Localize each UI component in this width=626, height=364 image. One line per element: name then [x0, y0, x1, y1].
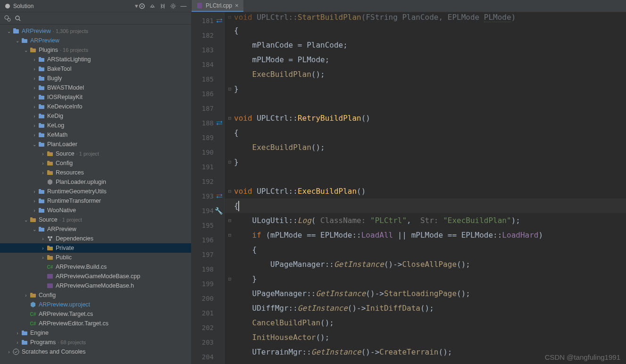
- code-line[interactable]: UPageManager::GetInstance()->CloseAllPag…: [225, 257, 626, 272]
- line-number[interactable]: 185: [192, 72, 224, 86]
- expand-arrow[interactable]: ›: [31, 199, 38, 204]
- fold-icon[interactable]: ⊟: [226, 232, 233, 238]
- expand-arrow[interactable]: ⌄: [31, 227, 38, 232]
- code-line[interactable]: [225, 96, 626, 111]
- line-number[interactable]: 199: [192, 276, 224, 291]
- code-line[interactable]: ⊟void UPLCtrl::RetryBuildPlan(): [225, 111, 626, 125]
- code-line[interactable]: ⊟void UPLCtrl::StartBuildPlan(FString Pl…: [225, 12, 626, 23]
- expand-arrow[interactable]: ›: [14, 331, 21, 336]
- line-number[interactable]: 188⮂: [192, 116, 224, 130]
- expand-arrow[interactable]: ›: [23, 293, 29, 298]
- arrows-icon[interactable]: ⮂: [216, 17, 223, 25]
- tree-item-config[interactable]: ›Config: [0, 290, 191, 300]
- collapse-icon[interactable]: [159, 2, 167, 10]
- tree-item-config[interactable]: ›Config: [0, 158, 191, 168]
- expand-arrow[interactable]: ›: [40, 236, 46, 241]
- code-line[interactable]: ExecBuildPlan();: [225, 67, 626, 82]
- line-number[interactable]: 184: [192, 57, 224, 72]
- tree-item-baketool[interactable]: ›BakeTool: [0, 64, 191, 74]
- tree-item-scratches-and-consoles[interactable]: ›Scratches and Consoles: [0, 347, 191, 356]
- filter-icon[interactable]: [4, 15, 11, 22]
- code-area[interactable]: ⊟void UPLCtrl::StartBuildPlan(FString Pl…: [225, 12, 626, 364]
- expand-arrow[interactable]: ›: [31, 132, 38, 138]
- code-line[interactable]: mPLMode = PLMode;: [225, 52, 626, 67]
- fold-icon[interactable]: ⊟: [226, 14, 233, 20]
- tree-item-arpreviewgamemodebase-h[interactable]: ARPreviewGameModeBase.h: [0, 281, 191, 290]
- tab-plctrl-cpp[interactable]: PLCtrl.cpp ×: [192, 0, 243, 12]
- code-line[interactable]: ⊡}: [225, 82, 626, 96]
- code-line[interactable]: ⊟void UPLCtrl::ExecBuildPlan(): [225, 184, 626, 199]
- tree-item-arpreview-build-cs[interactable]: C#ARPreview.Build.cs: [0, 262, 191, 272]
- tree-item-kemath[interactable]: ›KeMath: [0, 130, 191, 140]
- tree-item-arpreview[interactable]: ⌄ARPreview: [0, 36, 191, 45]
- code-line[interactable]: ⊡ }: [225, 272, 626, 286]
- tree-item-runtimegeometryutils[interactable]: ›RuntimeGeometryUtils: [0, 187, 191, 196]
- tree-item-private[interactable]: ›Private: [0, 243, 191, 253]
- arrows-icon[interactable]: ⮂: [216, 192, 223, 200]
- expand-arrow[interactable]: ⌄: [14, 38, 21, 43]
- line-number[interactable]: 202: [192, 320, 224, 335]
- tree-item-kelog[interactable]: ›KeLog: [0, 121, 191, 130]
- code-line[interactable]: UPageManager::GetInstance()->StartLoadin…: [225, 286, 626, 301]
- line-number[interactable]: 186: [192, 86, 224, 101]
- line-number[interactable]: 198: [192, 262, 224, 276]
- tree-item-planloader[interactable]: ⌄PlanLoader: [0, 140, 191, 149]
- expand-arrow[interactable]: ›: [31, 104, 38, 109]
- expand-arrow[interactable]: ›: [31, 85, 38, 91]
- line-number[interactable]: 182: [192, 28, 224, 42]
- expand-arrow[interactable]: ›: [31, 76, 38, 81]
- tree-item-iosreplaykit[interactable]: ›IOSReplayKit: [0, 92, 191, 102]
- line-number[interactable]: 193⮂: [192, 189, 224, 203]
- expand-arrow[interactable]: ›: [31, 66, 38, 72]
- fold-icon[interactable]: ⊟: [226, 115, 233, 121]
- tree-item-arprevieweditor-target-cs[interactable]: C#ARPreviewEditor.Target.cs: [0, 319, 191, 328]
- tree-item-kedig[interactable]: ›KeDig: [0, 111, 191, 121]
- tree-item-engine[interactable]: ›Engine: [0, 328, 191, 338]
- tree-item-kedeviceinfo[interactable]: ›KeDeviceInfo: [0, 102, 191, 111]
- expand-arrow[interactable]: ›: [31, 123, 38, 128]
- code-line[interactable]: ExecBuildPlan();: [225, 140, 626, 155]
- panel-dropdown-caret[interactable]: ▾: [135, 2, 138, 9]
- fold-icon[interactable]: ⊟: [226, 188, 233, 194]
- code-line[interactable]: UTerrainMgr::GetInstance()->CreateTerrai…: [225, 345, 626, 359]
- tree-item-arpreview-target-cs[interactable]: C#ARPreview.Target.cs: [0, 309, 191, 319]
- line-number[interactable]: 192: [192, 174, 224, 189]
- tree-item-arpreview[interactable]: ⌄ARPreview: [0, 224, 191, 234]
- fold-icon[interactable]: ⊟: [226, 217, 233, 223]
- wrench-icon[interactable]: 🔧: [215, 207, 223, 215]
- expand-arrow[interactable]: ›: [14, 340, 21, 345]
- line-number[interactable]: 196: [192, 232, 224, 247]
- tree-item-bwastmodel[interactable]: ›BWASTModel: [0, 83, 191, 92]
- tree-item-arpreview[interactable]: ⌄ARPreview · 1,306 projects: [0, 26, 191, 36]
- expand-arrow[interactable]: ›: [40, 151, 46, 157]
- expand-arrow[interactable]: ›: [40, 255, 46, 260]
- line-number[interactable]: 183: [192, 42, 224, 57]
- expand-arrow[interactable]: ›: [40, 170, 46, 175]
- search-icon[interactable]: [14, 15, 22, 22]
- tree-item-resources[interactable]: ›Resources: [0, 168, 191, 177]
- tree-item-arpreview-uproject[interactable]: ARPreview.uproject: [0, 300, 191, 309]
- code-line[interactable]: ⊟ ULogUtil::Log( ClassName: "PLCtrl", St…: [225, 213, 626, 228]
- expand-arrow[interactable]: ›: [40, 161, 46, 166]
- line-number[interactable]: 197: [192, 247, 224, 262]
- code-line[interactable]: ⊟ if (mPLMode == EPLMode::LoadAll || mPL…: [225, 228, 626, 242]
- tree-item-public[interactable]: ›Public: [0, 253, 191, 262]
- line-number[interactable]: 181⮂: [192, 13, 224, 28]
- gear-icon[interactable]: [169, 2, 177, 10]
- code-line[interactable]: UDiffMgr::GetInstance()->InitDiffData();: [225, 301, 626, 315]
- tree-item-programs[interactable]: ›Programs · 68 projects: [0, 338, 191, 347]
- code-line[interactable]: {: [225, 23, 626, 38]
- tree-item-bugly[interactable]: ›Bugly: [0, 74, 191, 83]
- line-number[interactable]: 203: [192, 335, 224, 349]
- line-number[interactable]: 200: [192, 291, 224, 306]
- line-number[interactable]: 190: [192, 145, 224, 159]
- code-line[interactable]: {: [225, 125, 626, 140]
- code-line[interactable]: InitHouseActor();: [225, 330, 626, 345]
- line-number[interactable]: 201: [192, 306, 224, 320]
- line-number[interactable]: 204: [192, 349, 224, 364]
- tree-item-woonative[interactable]: ›WooNative: [0, 206, 191, 215]
- arrows-icon[interactable]: ⮂: [216, 119, 223, 127]
- solution-tree[interactable]: ⌄ARPreview · 1,306 projects⌄ARPreview⌄Pl…: [0, 25, 191, 364]
- tree-item-arpreviewgamemodebase-cpp[interactable]: ARPreviewGameModeBase.cpp: [0, 272, 191, 281]
- expand-arrow[interactable]: ›: [31, 57, 38, 62]
